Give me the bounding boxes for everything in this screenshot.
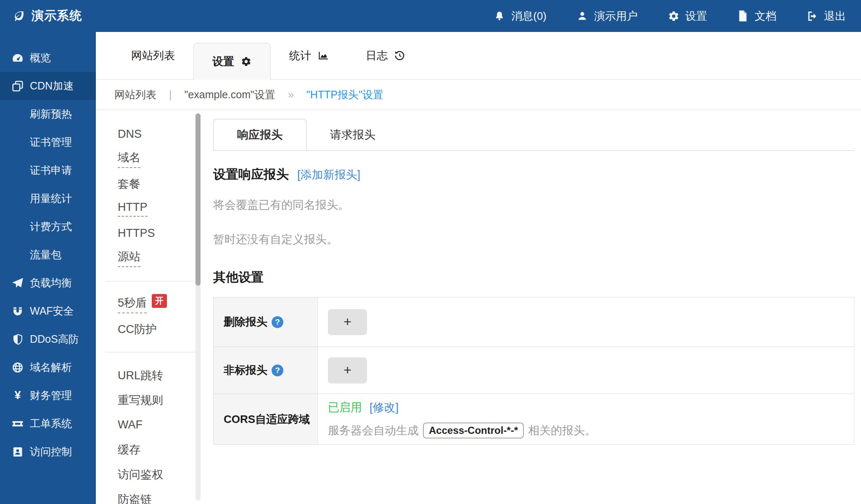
add-delete-header-button[interactable]: +	[328, 309, 367, 335]
gear-icon	[240, 56, 252, 68]
sidebar-label: 用量统计	[30, 192, 72, 205]
id-card-icon	[11, 446, 24, 458]
add-header-link[interactable]: [添加新报头]	[297, 167, 360, 182]
cors-description: 服务器会自动生成 Access-Control-*-* 相关的报头。	[328, 423, 854, 438]
subnav-item-5s-shield[interactable]: 5秒盾 开	[96, 292, 195, 317]
override-note: 将会覆盖已有的同名报头。	[213, 197, 854, 213]
empty-note: 暂时还没有自定义报头。	[213, 232, 854, 247]
sidebar-item-overview[interactable]: 概览	[0, 44, 96, 72]
subnav-item-domain[interactable]: 域名	[96, 147, 195, 171]
tab-site-list[interactable]: 网站列表	[113, 32, 193, 79]
sidebar-label: DDoS高防	[30, 332, 79, 346]
subnav-item-origin[interactable]: 源站	[96, 246, 195, 270]
sidebar-item-dns-resolve[interactable]: 域名解析	[0, 353, 96, 381]
settings-label: 设置	[685, 9, 707, 24]
enabled-badge: 开	[152, 294, 167, 308]
sidebar-label: 流量包	[30, 248, 61, 262]
logout-label: 退出	[824, 9, 846, 24]
settings-subnav: DNS 域名 套餐 HTTP HTTPS 源站 5秒盾 开 CC防护 URL跳转…	[96, 110, 195, 504]
tab-response-headers[interactable]: 响应报头	[213, 119, 306, 150]
tab-label: 日志	[366, 48, 388, 63]
help-icon[interactable]: ?	[272, 365, 283, 376]
sidebar-label: 计费方式	[30, 220, 72, 234]
headers-panel: 响应报头 请求报头 设置响应报头 [添加新报头] 将会覆盖已有的同名报头。 暂时…	[213, 119, 854, 445]
row-label: CORS自适应跨域	[224, 412, 310, 427]
sidebar-label: 概览	[30, 51, 51, 65]
section-heading-row: 设置响应报头 [添加新报头]	[213, 166, 854, 183]
help-icon[interactable]: ?	[272, 316, 283, 328]
shield-icon	[11, 333, 24, 346]
sidebar-item-cert-manage[interactable]: 证书管理	[0, 128, 96, 156]
subnav-scrollbar-thumb[interactable]	[195, 113, 201, 286]
access-control-code: Access-Control-*-*	[423, 423, 524, 438]
subnav-item-url-redirect[interactable]: URL跳转	[96, 363, 195, 388]
sidebar-label: 证书申请	[30, 163, 72, 177]
messages-menu-item[interactable]: 消息(0)	[493, 9, 547, 24]
breadcrumb-site-list[interactable]: 网站列表	[114, 88, 156, 102]
docs-menu-item[interactable]: 文档	[737, 9, 776, 24]
sidebar-item-cdn[interactable]: CDN加速	[0, 72, 96, 100]
topbar: 演示系统 消息(0) 演示用户 设置	[0, 0, 861, 32]
sidebar-label: 负载均衡	[30, 276, 72, 290]
user-menu-item[interactable]: 演示用户	[576, 9, 638, 24]
user-label: 演示用户	[594, 9, 638, 24]
tab-logs[interactable]: 日志	[347, 32, 424, 79]
sidebar-label: 工单系统	[30, 417, 72, 430]
sidebar-label: 财务管理	[30, 388, 72, 402]
row-label: 非标报头	[224, 363, 267, 378]
paper-plane-icon	[11, 277, 24, 289]
sidebar-item-ddos[interactable]: DDoS高防	[0, 325, 96, 353]
breadcrumb-http-headers[interactable]: "HTTP报头"设置	[306, 88, 383, 102]
yen-icon: ¥	[11, 389, 24, 402]
subnav-item-https[interactable]: HTTPS	[96, 221, 195, 246]
sidebar-item-usage-stats[interactable]: 用量统计	[0, 184, 96, 213]
chart-area-icon	[317, 50, 329, 62]
sidebar-item-cert-apply[interactable]: 证书申请	[0, 156, 96, 184]
top-tabstrip: 网站列表 设置 统计 日志	[96, 32, 861, 80]
subnav-item-hotlink[interactable]: 防盗链	[96, 487, 195, 504]
tab-settings[interactable]: 设置	[193, 43, 271, 80]
docs-label: 文档	[755, 9, 776, 24]
sidebar-item-finance[interactable]: ¥ 财务管理	[0, 381, 96, 410]
tab-request-headers[interactable]: 请求报头	[306, 119, 399, 150]
sidebar-item-tickets[interactable]: 工单系统	[0, 410, 96, 438]
sidebar-label: 刷新预热	[30, 107, 72, 121]
history-icon	[394, 50, 405, 62]
main: 网站列表 设置 统计 日志 网站列表	[96, 32, 861, 504]
tab-label: 统计	[289, 48, 311, 63]
page: 演示系统 消息(0) 演示用户 设置	[0, 0, 861, 504]
brand[interactable]: 演示系统	[13, 8, 82, 24]
subnav-item-cc-protect[interactable]: CC防护	[96, 317, 195, 341]
add-nonstandard-header-button[interactable]: +	[328, 357, 367, 383]
settings-menu-item[interactable]: 设置	[667, 9, 707, 24]
subnav-item-waf[interactable]: WAF	[96, 412, 195, 437]
sidebar-item-waf[interactable]: WAF安全	[0, 297, 96, 325]
subnav-item-rewrite-rules[interactable]: 重写规则	[96, 388, 195, 412]
sidebar-label: WAF安全	[30, 304, 74, 318]
tab-stats[interactable]: 统计	[271, 32, 347, 79]
ticket-icon	[11, 417, 24, 430]
subnav-item-cache[interactable]: 缓存	[96, 437, 195, 462]
sidebar-label: CDN加速	[30, 79, 74, 93]
sidebar-label: 域名解析	[30, 360, 72, 374]
subnav-item-plan[interactable]: 套餐	[96, 171, 195, 196]
leaf-logo-icon	[13, 10, 25, 22]
sidebar-item-billing-mode[interactable]: 计费方式	[0, 213, 96, 241]
sidebar-item-traffic-pack[interactable]: 流量包	[0, 241, 96, 269]
logout-menu-item[interactable]: 退出	[806, 9, 846, 24]
breadcrumb-site-settings[interactable]: "example.com"设置	[185, 88, 275, 102]
subnav-scrollbar-track[interactable]	[195, 113, 201, 501]
sidebar-label: 证书管理	[30, 135, 72, 149]
subnav-item-http[interactable]: HTTP	[96, 196, 195, 221]
breadcrumb-separator: »	[288, 89, 294, 101]
sidebar-item-access-control[interactable]: 访问控制	[0, 438, 96, 466]
subnav-divider	[105, 281, 195, 281]
cors-modify-link[interactable]: [修改]	[370, 400, 399, 415]
breadcrumb: 网站列表 | "example.com"设置 » "HTTP报头"设置	[96, 80, 861, 110]
sidebar-item-refresh-prewarm[interactable]: 刷新预热	[0, 100, 96, 128]
tab-label: 网站列表	[131, 48, 175, 63]
subnav-item-access-auth[interactable]: 访问鉴权	[96, 462, 195, 487]
subnav-item-dns[interactable]: DNS	[96, 122, 195, 147]
sidebar-item-load-balance[interactable]: 负载均衡	[0, 269, 96, 297]
gauge-icon	[11, 52, 24, 64]
